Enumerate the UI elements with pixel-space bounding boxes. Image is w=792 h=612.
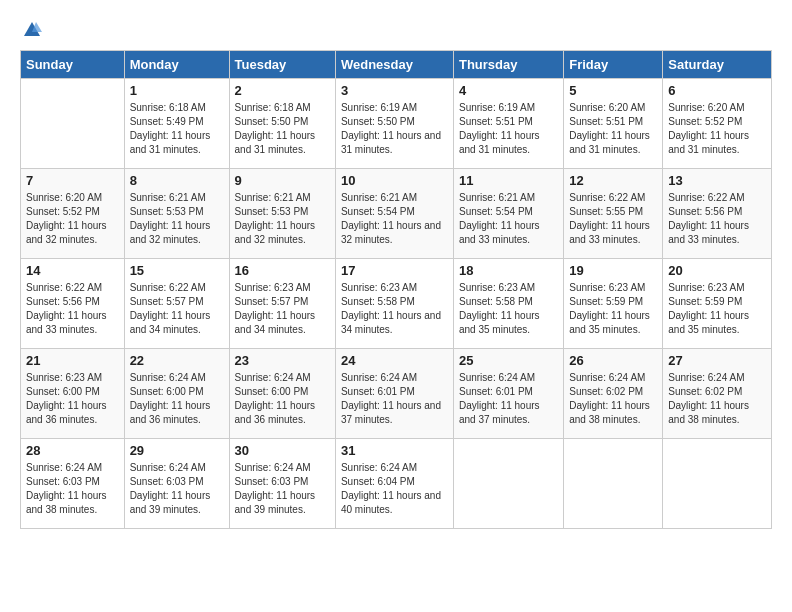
day-info: Sunrise: 6:23 AM Sunset: 5:58 PM Dayligh…	[459, 281, 558, 337]
calendar-cell: 13Sunrise: 6:22 AM Sunset: 5:56 PM Dayli…	[663, 169, 772, 259]
calendar-cell: 8Sunrise: 6:21 AM Sunset: 5:53 PM Daylig…	[124, 169, 229, 259]
day-number: 6	[668, 83, 766, 98]
header-day: Thursday	[453, 51, 563, 79]
day-number: 25	[459, 353, 558, 368]
calendar-cell: 31Sunrise: 6:24 AM Sunset: 6:04 PM Dayli…	[335, 439, 453, 529]
day-number: 31	[341, 443, 448, 458]
calendar-cell: 4Sunrise: 6:19 AM Sunset: 5:51 PM Daylig…	[453, 79, 563, 169]
day-info: Sunrise: 6:23 AM Sunset: 5:59 PM Dayligh…	[569, 281, 657, 337]
day-info: Sunrise: 6:21 AM Sunset: 5:54 PM Dayligh…	[459, 191, 558, 247]
day-info: Sunrise: 6:22 AM Sunset: 5:56 PM Dayligh…	[26, 281, 119, 337]
calendar-cell: 24Sunrise: 6:24 AM Sunset: 6:01 PM Dayli…	[335, 349, 453, 439]
day-number: 22	[130, 353, 224, 368]
day-info: Sunrise: 6:21 AM Sunset: 5:53 PM Dayligh…	[235, 191, 330, 247]
day-info: Sunrise: 6:22 AM Sunset: 5:56 PM Dayligh…	[668, 191, 766, 247]
day-info: Sunrise: 6:24 AM Sunset: 6:02 PM Dayligh…	[569, 371, 657, 427]
day-info: Sunrise: 6:24 AM Sunset: 6:03 PM Dayligh…	[130, 461, 224, 517]
logo-icon	[22, 20, 42, 40]
calendar-cell: 14Sunrise: 6:22 AM Sunset: 5:56 PM Dayli…	[21, 259, 125, 349]
day-info: Sunrise: 6:19 AM Sunset: 5:51 PM Dayligh…	[459, 101, 558, 157]
calendar-cell: 15Sunrise: 6:22 AM Sunset: 5:57 PM Dayli…	[124, 259, 229, 349]
day-info: Sunrise: 6:18 AM Sunset: 5:50 PM Dayligh…	[235, 101, 330, 157]
calendar-cell: 7Sunrise: 6:20 AM Sunset: 5:52 PM Daylig…	[21, 169, 125, 259]
day-number: 19	[569, 263, 657, 278]
day-info: Sunrise: 6:24 AM Sunset: 6:01 PM Dayligh…	[459, 371, 558, 427]
calendar-cell: 23Sunrise: 6:24 AM Sunset: 6:00 PM Dayli…	[229, 349, 335, 439]
calendar-week-row: 21Sunrise: 6:23 AM Sunset: 6:00 PM Dayli…	[21, 349, 772, 439]
calendar-cell: 9Sunrise: 6:21 AM Sunset: 5:53 PM Daylig…	[229, 169, 335, 259]
header-row: SundayMondayTuesdayWednesdayThursdayFrid…	[21, 51, 772, 79]
calendar-cell: 28Sunrise: 6:24 AM Sunset: 6:03 PM Dayli…	[21, 439, 125, 529]
day-number: 12	[569, 173, 657, 188]
calendar-cell: 10Sunrise: 6:21 AM Sunset: 5:54 PM Dayli…	[335, 169, 453, 259]
calendar-cell: 26Sunrise: 6:24 AM Sunset: 6:02 PM Dayli…	[564, 349, 663, 439]
day-number: 29	[130, 443, 224, 458]
header-day: Friday	[564, 51, 663, 79]
day-info: Sunrise: 6:19 AM Sunset: 5:50 PM Dayligh…	[341, 101, 448, 157]
calendar-cell	[564, 439, 663, 529]
day-number: 16	[235, 263, 330, 278]
day-number: 7	[26, 173, 119, 188]
day-number: 4	[459, 83, 558, 98]
calendar-cell: 27Sunrise: 6:24 AM Sunset: 6:02 PM Dayli…	[663, 349, 772, 439]
day-number: 13	[668, 173, 766, 188]
day-info: Sunrise: 6:21 AM Sunset: 5:54 PM Dayligh…	[341, 191, 448, 247]
day-info: Sunrise: 6:24 AM Sunset: 6:02 PM Dayligh…	[668, 371, 766, 427]
day-number: 9	[235, 173, 330, 188]
calendar-cell: 2Sunrise: 6:18 AM Sunset: 5:50 PM Daylig…	[229, 79, 335, 169]
calendar-cell	[21, 79, 125, 169]
calendar-cell: 12Sunrise: 6:22 AM Sunset: 5:55 PM Dayli…	[564, 169, 663, 259]
day-number: 28	[26, 443, 119, 458]
day-info: Sunrise: 6:24 AM Sunset: 6:03 PM Dayligh…	[235, 461, 330, 517]
header-day: Wednesday	[335, 51, 453, 79]
day-info: Sunrise: 6:24 AM Sunset: 6:01 PM Dayligh…	[341, 371, 448, 427]
day-number: 5	[569, 83, 657, 98]
day-info: Sunrise: 6:23 AM Sunset: 6:00 PM Dayligh…	[26, 371, 119, 427]
calendar-cell: 11Sunrise: 6:21 AM Sunset: 5:54 PM Dayli…	[453, 169, 563, 259]
day-number: 23	[235, 353, 330, 368]
calendar-cell: 25Sunrise: 6:24 AM Sunset: 6:01 PM Dayli…	[453, 349, 563, 439]
calendar-cell: 17Sunrise: 6:23 AM Sunset: 5:58 PM Dayli…	[335, 259, 453, 349]
day-info: Sunrise: 6:24 AM Sunset: 6:00 PM Dayligh…	[235, 371, 330, 427]
day-info: Sunrise: 6:21 AM Sunset: 5:53 PM Dayligh…	[130, 191, 224, 247]
day-number: 15	[130, 263, 224, 278]
header-day: Monday	[124, 51, 229, 79]
day-info: Sunrise: 6:24 AM Sunset: 6:00 PM Dayligh…	[130, 371, 224, 427]
day-number: 2	[235, 83, 330, 98]
calendar-cell	[663, 439, 772, 529]
day-number: 10	[341, 173, 448, 188]
calendar-cell: 19Sunrise: 6:23 AM Sunset: 5:59 PM Dayli…	[564, 259, 663, 349]
day-info: Sunrise: 6:23 AM Sunset: 5:57 PM Dayligh…	[235, 281, 330, 337]
calendar-cell: 16Sunrise: 6:23 AM Sunset: 5:57 PM Dayli…	[229, 259, 335, 349]
day-number: 26	[569, 353, 657, 368]
calendar-week-row: 28Sunrise: 6:24 AM Sunset: 6:03 PM Dayli…	[21, 439, 772, 529]
calendar-week-row: 14Sunrise: 6:22 AM Sunset: 5:56 PM Dayli…	[21, 259, 772, 349]
day-number: 17	[341, 263, 448, 278]
day-number: 11	[459, 173, 558, 188]
calendar-cell: 5Sunrise: 6:20 AM Sunset: 5:51 PM Daylig…	[564, 79, 663, 169]
calendar-cell: 18Sunrise: 6:23 AM Sunset: 5:58 PM Dayli…	[453, 259, 563, 349]
calendar-cell: 21Sunrise: 6:23 AM Sunset: 6:00 PM Dayli…	[21, 349, 125, 439]
day-number: 21	[26, 353, 119, 368]
header-day: Saturday	[663, 51, 772, 79]
calendar-cell: 20Sunrise: 6:23 AM Sunset: 5:59 PM Dayli…	[663, 259, 772, 349]
day-info: Sunrise: 6:23 AM Sunset: 5:59 PM Dayligh…	[668, 281, 766, 337]
day-info: Sunrise: 6:22 AM Sunset: 5:57 PM Dayligh…	[130, 281, 224, 337]
day-number: 20	[668, 263, 766, 278]
calendar-cell: 6Sunrise: 6:20 AM Sunset: 5:52 PM Daylig…	[663, 79, 772, 169]
day-number: 18	[459, 263, 558, 278]
calendar-week-row: 1Sunrise: 6:18 AM Sunset: 5:49 PM Daylig…	[21, 79, 772, 169]
calendar-cell: 29Sunrise: 6:24 AM Sunset: 6:03 PM Dayli…	[124, 439, 229, 529]
day-number: 27	[668, 353, 766, 368]
day-info: Sunrise: 6:20 AM Sunset: 5:52 PM Dayligh…	[26, 191, 119, 247]
calendar-cell: 3Sunrise: 6:19 AM Sunset: 5:50 PM Daylig…	[335, 79, 453, 169]
day-info: Sunrise: 6:23 AM Sunset: 5:58 PM Dayligh…	[341, 281, 448, 337]
day-info: Sunrise: 6:20 AM Sunset: 5:52 PM Dayligh…	[668, 101, 766, 157]
header-day: Sunday	[21, 51, 125, 79]
calendar-body: 1Sunrise: 6:18 AM Sunset: 5:49 PM Daylig…	[21, 79, 772, 529]
day-info: Sunrise: 6:20 AM Sunset: 5:51 PM Dayligh…	[569, 101, 657, 157]
logo	[20, 20, 42, 40]
calendar-cell: 1Sunrise: 6:18 AM Sunset: 5:49 PM Daylig…	[124, 79, 229, 169]
calendar-table: SundayMondayTuesdayWednesdayThursdayFrid…	[20, 50, 772, 529]
day-info: Sunrise: 6:18 AM Sunset: 5:49 PM Dayligh…	[130, 101, 224, 157]
